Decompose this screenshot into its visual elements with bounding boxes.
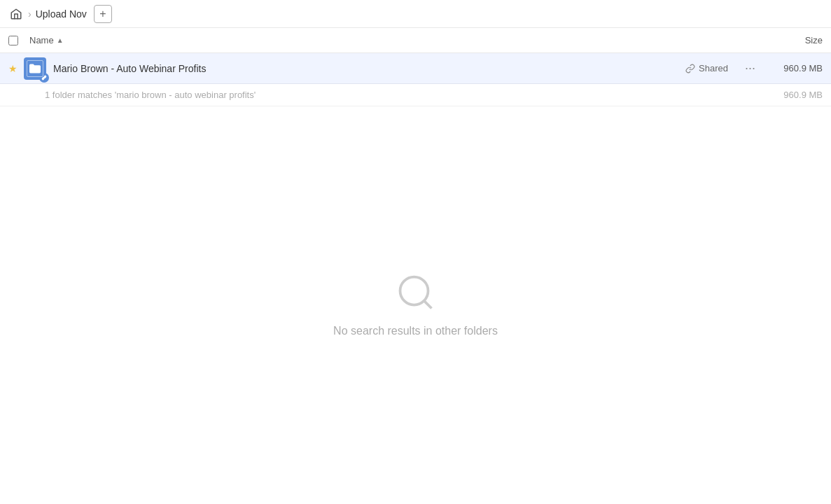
match-count-text: 1 folder matches 'mario brown - auto web… [45,90,256,100]
column-header-row: Name ▲ Size [0,28,831,53]
empty-search-icon [395,272,437,314]
match-size: 960.9 MB [783,90,823,100]
empty-state: No search results in other folders [0,106,831,503]
svg-line-1 [424,301,431,309]
breadcrumb-separator: › [28,8,32,20]
star-icon[interactable]: ★ [8,63,24,74]
add-button[interactable]: + [94,5,112,23]
name-column-label: Name [29,35,54,46]
folder-icon [24,57,46,80]
breadcrumb-item[interactable]: Upload Nov [36,8,87,20]
select-all-checkbox[interactable] [8,36,18,46]
size-column-header[interactable]: Size [767,35,823,46]
svg-point-0 [400,277,428,305]
shared-label: Shared [699,63,728,74]
file-name: Mario Brown - Auto Webinar Profits [53,63,685,74]
more-options-button[interactable]: ··· [739,61,761,76]
empty-message: No search results in other folders [333,325,498,337]
sort-arrow-icon: ▲ [57,36,64,44]
select-all-checkbox-container[interactable] [8,36,29,46]
home-button[interactable] [8,6,24,22]
shared-link-badge [39,73,49,83]
name-column-header[interactable]: Name ▲ [29,35,767,46]
shared-indicator: Shared [685,63,728,74]
breadcrumb-bar: › Upload Nov + [0,0,831,28]
file-size: 960.9 MB [767,63,823,74]
match-count-row: 1 folder matches 'mario brown - auto web… [0,84,831,106]
file-row[interactable]: ★ Mario Brown - Auto Webinar Profits Sha… [0,53,831,84]
